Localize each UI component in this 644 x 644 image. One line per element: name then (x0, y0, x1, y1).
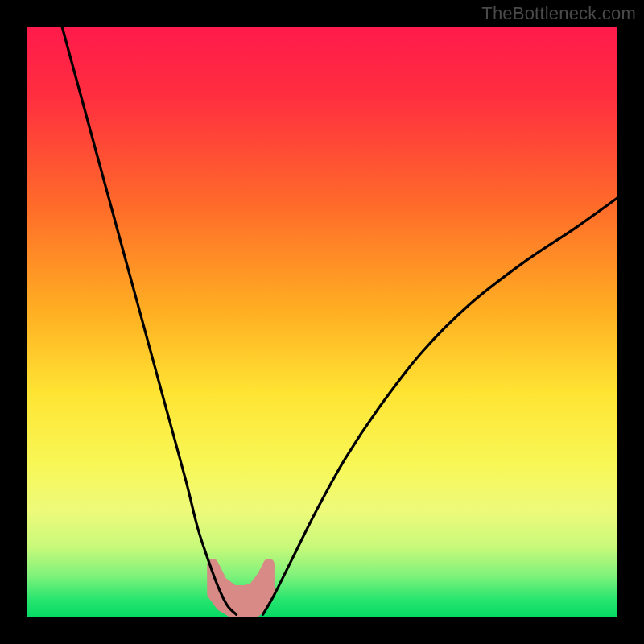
gradient-background (27, 27, 617, 617)
plot-area (27, 27, 617, 617)
watermark-text: TheBottleneck.com (481, 3, 636, 24)
chart-canvas: TheBottleneck.com (0, 0, 644, 644)
plot-svg (27, 27, 617, 617)
